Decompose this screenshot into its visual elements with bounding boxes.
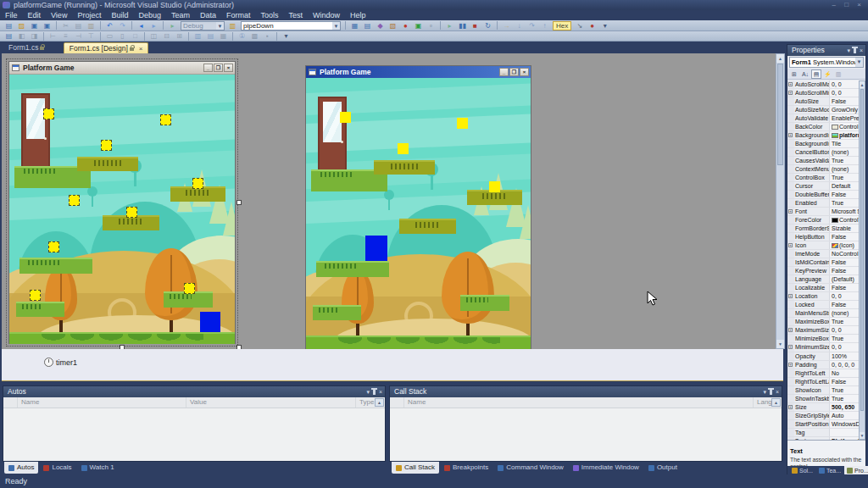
expand-icon[interactable]: + [788,82,793,86]
size-to-grid-icon[interactable]: ▩ [249,31,260,41]
property-row[interactable]: MaximizeBoxTrue [787,318,860,326]
property-value[interactable]: True [830,335,860,342]
expand-icon[interactable]: + [788,133,793,137]
property-value[interactable]: False [830,301,860,308]
property-value[interactable]: Default [830,182,860,190]
open-file-icon[interactable]: ▨ [16,21,27,30]
coin[interactable] [69,195,80,206]
close-icon[interactable]: × [860,45,863,56]
property-row[interactable]: MainMenuStrip(none) [787,309,860,318]
running-maximize-button[interactable]: ❐ [509,68,519,76]
solution-explorer-icon[interactable]: ▦ [349,21,360,30]
categorized-icon[interactable]: ⊞ [789,69,799,79]
step-out-icon[interactable]: ↑ [539,21,550,30]
panel-tab-breakpoints[interactable]: Breakpoints [440,462,492,474]
properties-window-icon[interactable]: ▤ [362,21,373,30]
property-row[interactable]: LocalizableFalse [787,284,860,292]
property-row[interactable]: CausesValidationTrue [787,157,860,165]
center-horiz-icon[interactable]: ▥ [192,31,203,41]
property-value[interactable]: True [830,157,860,164]
property-row[interactable]: EnabledTrue [787,199,860,208]
property-row[interactable]: ForeColorControlText [787,216,860,225]
property-row[interactable]: ShowIconTrue [787,386,860,395]
property-row[interactable]: RightToLeftNo [787,369,860,378]
lock-controls-icon[interactable]: ▪ [262,31,273,41]
tray-item-timer1[interactable]: timer1 [44,358,77,367]
platform[interactable] [19,258,92,274]
title-bar[interactable]: platformGame (Running) - Microsoft Visua… [0,0,868,10]
make-same-size-icon[interactable]: □ [130,31,141,41]
design-scene[interactable] [9,75,235,344]
menu-window[interactable]: Window [308,10,345,20]
panel-tab-watch-1[interactable]: Watch 1 [77,462,119,474]
dropdown-icon[interactable]: ▾ [763,386,766,397]
property-pages-icon[interactable]: ▥ [833,69,843,79]
make-same-width-icon[interactable]: ▭ [104,31,115,41]
platform[interactable] [16,302,64,317]
menu-edit[interactable]: Edit [23,10,47,20]
chevron-down-icon[interactable]: ▼ [855,58,863,67]
property-row[interactable]: CancelButton(none) [787,148,860,157]
cut-icon[interactable]: ✂ [60,21,71,30]
property-row[interactable]: HelpButtonFalse [787,233,860,241]
make-same-height-icon[interactable]: ▯ [117,31,128,41]
property-grid[interactable]: +AutoScrollMargin0, 0+AutoScrollMinSize0… [787,80,860,440]
autos-title-bar[interactable]: Autos ▾× [3,386,385,397]
property-value[interactable]: 0, 0, 0, 0 [830,361,860,369]
property-value[interactable]: platformGame [830,131,860,139]
events-icon[interactable]: ⚡ [822,69,832,79]
property-value[interactable]: (Default) [830,275,860,283]
form-designer-window[interactable]: Platform Game _❐× [8,61,236,344]
property-value[interactable]: 0, 0 [830,326,860,334]
property-row[interactable]: +Location0, 0 [787,292,860,301]
property-value[interactable]: False [830,97,860,105]
designer-minimize-button[interactable]: _ [203,64,213,72]
close-icon[interactable]: × [379,386,382,397]
property-row[interactable]: +FontMicrosoft Sans Serif [787,208,860,216]
platform[interactable] [77,157,138,171]
property-value[interactable]: False [830,284,860,291]
navigate-forward-icon[interactable]: ▸ [148,21,159,30]
remove-spacing-icon[interactable]: ⊞ [174,31,185,41]
menu-test[interactable]: Test [284,10,309,20]
tab-form1-cs-design-[interactable]: Form1.cs [Design]× [64,42,149,53]
coin[interactable] [43,108,54,119]
property-value[interactable]: 500, 650 [830,403,860,411]
expand-icon[interactable]: + [788,363,793,367]
properties-icon[interactable]: ▤ [811,69,821,79]
property-row[interactable]: Language(Default) [787,275,860,284]
error-list-icon[interactable]: ● [400,21,411,30]
step-over-icon[interactable]: ↷ [526,21,537,30]
property-value[interactable]: True [830,199,860,207]
designer-vertical-scrollbar[interactable]: ▲ ▼ [776,53,785,349]
property-row[interactable]: AutoSizeFalse [787,97,860,106]
property-value[interactable]: (none) [830,165,860,173]
tab-form1-cs[interactable]: Form1.cs [3,42,51,53]
property-value[interactable]: WindowsDefaultLocation [830,420,860,428]
property-value[interactable]: True [830,386,860,394]
property-value[interactable]: False [830,233,860,241]
undo-icon[interactable]: ↶ [104,21,115,30]
expand-icon[interactable]: + [788,328,793,332]
property-row[interactable]: +AutoScrollMargin0, 0 [787,80,860,89]
layout-options-icon[interactable]: ▾ [281,31,292,41]
property-row[interactable]: SizeGripStyleAuto [787,412,860,420]
form-title-bar[interactable]: Platform Game _❐× [9,62,235,75]
step-into-icon[interactable]: ↓ [514,21,525,30]
menu-team[interactable]: Team [166,10,195,20]
scroll-thumb[interactable] [860,89,864,411]
property-row[interactable]: StartPositionWindowsDefaultLocation [787,420,860,429]
property-row[interactable]: +BackgroundImageplatformGame [787,131,860,140]
panel-tab-autos[interactable]: Autos [4,462,38,474]
coin[interactable] [184,283,195,294]
coin[interactable] [48,241,59,252]
pin-icon[interactable] [373,390,376,395]
object-selector-combo[interactable]: Form1 System.Windows.Forms.Form ▼ [789,57,864,68]
property-row[interactable]: Tag [787,429,860,437]
scroll-down-icon[interactable]: ▼ [776,340,784,348]
property-row[interactable]: RightToLeftLayoutFalse [787,378,860,386]
expand-icon[interactable]: + [788,91,793,95]
properties-title-bar[interactable]: Properties ▾× [787,45,865,56]
redo-icon[interactable]: ↷ [117,21,128,30]
property-row[interactable]: +MaximumSize0, 0 [787,326,860,335]
